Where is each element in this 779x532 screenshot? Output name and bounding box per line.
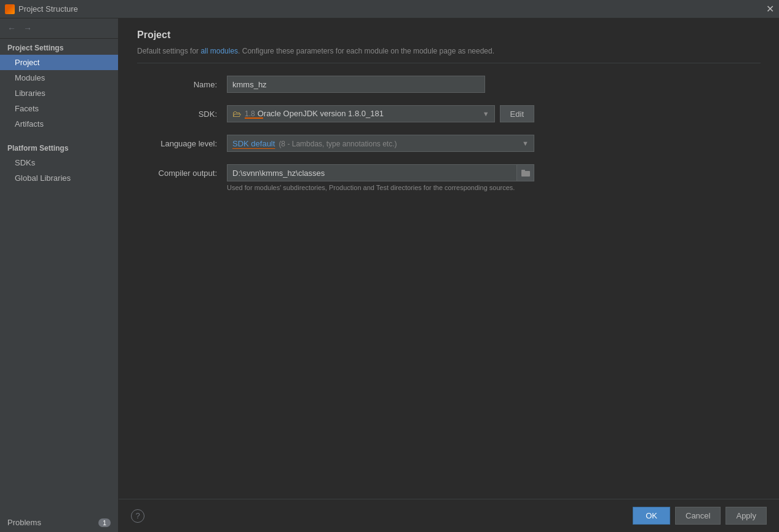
main-layout: ← → Project Settings Project Modules Lib… [0, 18, 779, 532]
lang-rest: (8 - Lambdas, type annotations etc.) [279, 140, 397, 148]
title-bar: Project Structure ✕ [0, 0, 779, 18]
project-settings-label: Project Settings [0, 39, 118, 55]
content-header: Project Default settings for all modules… [119, 18, 779, 63]
sdk-row: SDK: 🗁 1.8 Oracle OpenJDK version 1.8.0_… [137, 105, 761, 122]
sdk-version: 1.8 [245, 109, 255, 118]
help-button[interactable]: ? [131, 509, 144, 523]
sidebar-item-global-libraries[interactable]: Global Libraries [0, 170, 118, 186]
language-level-dropdown[interactable]: SDK default (8 - Lambdas, type annotatio… [227, 135, 534, 152]
sidebar-item-artifacts-label: Artifacts [15, 119, 44, 129]
sidebar-nav-arrows: ← → [0, 18, 118, 39]
compiler-output-label: Compiler output: [137, 169, 217, 178]
lang-select-content: SDK default (8 - Lambdas, type annotatio… [232, 139, 397, 148]
lang-default: SDK default [232, 139, 275, 148]
sidebar-item-sdks-label: SDKs [15, 158, 35, 167]
intellij-icon [5, 4, 15, 14]
svg-rect-0 [521, 171, 530, 177]
sidebar-item-facets-label: Facets [15, 104, 39, 113]
sdk-dropdown[interactable]: 🗁 1.8 Oracle OpenJDK version 1.8.0_181 ▼ [227, 105, 495, 122]
compiler-browse-button[interactable] [517, 164, 534, 181]
bottom-buttons: OK Cancel Apply [633, 507, 767, 525]
platform-settings-label: Platform Settings [0, 139, 118, 155]
problems-badge: 1 [98, 518, 111, 527]
sdk-folder-icon: 🗁 [232, 109, 241, 119]
sidebar: ← → Project Settings Project Modules Lib… [0, 18, 119, 532]
sidebar-item-project-label: Project [15, 58, 39, 67]
language-level-label: Language level: [137, 139, 217, 148]
dialog-title: Project Structure [18, 4, 78, 14]
back-button[interactable]: ← [5, 22, 18, 34]
sidebar-item-facets[interactable]: Facets [0, 101, 118, 116]
sdk-row-controls: 🗁 1.8 Oracle OpenJDK version 1.8.0_181 ▼ [227, 105, 534, 122]
sdk-name: Oracle OpenJDK version 1.8.0_181 [258, 109, 384, 118]
close-button[interactable]: ✕ [766, 4, 774, 14]
sdk-select-content: 🗁 1.8 Oracle OpenJDK version 1.8.0_181 [232, 109, 483, 119]
svg-rect-1 [521, 170, 525, 172]
sidebar-item-project[interactable]: Project [0, 55, 118, 70]
compiler-output-controls [227, 164, 534, 181]
sidebar-item-global-libraries-label: Global Libraries [15, 173, 71, 183]
compiler-hint: Used for modules' subdirectories, Produc… [227, 184, 534, 191]
cancel-button[interactable]: Cancel [675, 507, 721, 525]
all-modules-link[interactable]: all modules [200, 47, 238, 55]
ok-button[interactable]: OK [633, 507, 670, 525]
name-input[interactable] [227, 76, 485, 93]
sdk-label: SDK: [137, 109, 217, 119]
sdk-underline [245, 117, 263, 119]
lang-dropdown-arrow: ▼ [522, 140, 529, 147]
bottom-bar: ? OK Cancel Apply [119, 499, 779, 532]
sidebar-item-modules-label: Modules [15, 73, 45, 82]
sidebar-problems[interactable]: Problems 1 [0, 513, 118, 532]
sidebar-item-artifacts[interactable]: Artifacts [0, 116, 118, 132]
content-area: Project Default settings for all modules… [119, 18, 779, 532]
forward-button[interactable]: → [21, 22, 34, 34]
content-description: Default settings for all modules. Config… [137, 46, 761, 57]
name-row: Name: [137, 76, 761, 93]
name-label: Name: [137, 80, 217, 89]
compiler-output-row: Compiler output: [137, 164, 761, 181]
folder-icon [521, 169, 530, 177]
problems-label: Problems [7, 518, 41, 527]
language-level-row: Language level: SDK default (8 - Lambdas… [137, 135, 761, 152]
compiler-output-input[interactable] [227, 164, 517, 181]
sidebar-item-libraries-label: Libraries [15, 89, 45, 98]
name-control [227, 76, 485, 93]
content-title: Project [137, 30, 761, 41]
sidebar-item-sdks[interactable]: SDKs [0, 155, 118, 170]
content-body: Name: SDK: 🗁 1.8 Oracle O [119, 63, 779, 204]
compiler-output-section: Compiler output: Used for modules' subdi… [137, 164, 761, 191]
sidebar-item-libraries[interactable]: Libraries [0, 85, 118, 101]
edit-button[interactable]: Edit [500, 105, 534, 122]
title-bar-left: Project Structure [5, 4, 78, 14]
sdk-dropdown-arrow: ▼ [483, 110, 489, 117]
apply-button[interactable]: Apply [726, 507, 767, 525]
sidebar-item-modules[interactable]: Modules [0, 70, 118, 85]
